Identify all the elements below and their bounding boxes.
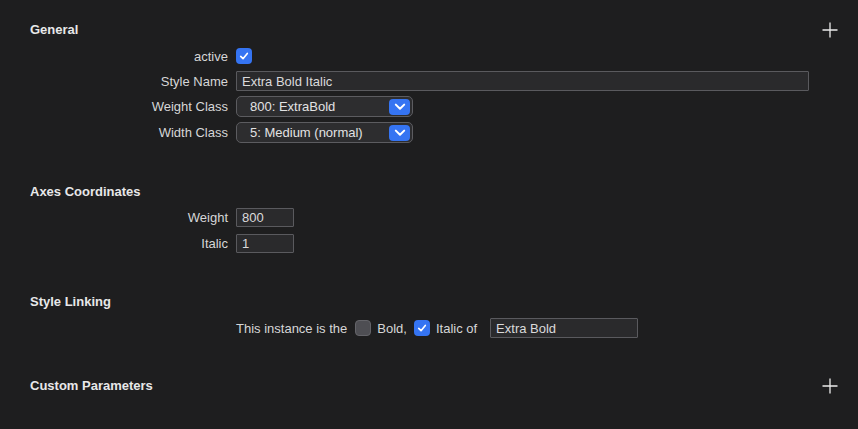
section-title-style-linking: Style Linking (30, 295, 111, 309)
row-width-class: Width Class 5: Medium (normal) (30, 122, 413, 143)
bold-checkbox-label: Bold, (377, 321, 407, 336)
plus-icon (822, 378, 838, 394)
add-custom-parameter-button[interactable] (820, 376, 840, 396)
width-class-select[interactable]: 5: Medium (normal) (236, 122, 413, 143)
width-class-value: 5: Medium (normal) (250, 125, 385, 140)
axis-italic-input[interactable] (236, 234, 294, 253)
style-linking-row: This instance is the Bold, Italic of (236, 316, 638, 340)
chevron-down-icon (389, 125, 410, 141)
active-label: active (30, 49, 228, 64)
plus-icon (822, 22, 838, 38)
instance-settings-panel: General active Style Name Weight Class 8… (0, 0, 858, 429)
row-axis-weight: Weight (30, 208, 294, 227)
axis-italic-label: Italic (30, 236, 228, 251)
row-active: active (30, 47, 252, 65)
chevron-down-icon (389, 99, 410, 115)
row-weight-class: Weight Class 800: ExtraBold (30, 96, 413, 117)
italic-checkbox[interactable] (414, 320, 430, 336)
active-checkbox[interactable] (236, 48, 252, 64)
style-name-label: Style Name (30, 74, 228, 89)
section-title-general: General (30, 23, 78, 37)
weight-class-label: Weight Class (30, 99, 228, 114)
style-linking-sentence: This instance is the (236, 321, 347, 336)
width-class-label: Width Class (30, 125, 228, 140)
weight-class-select[interactable]: 800: ExtraBold (236, 96, 413, 117)
row-style-name: Style Name (30, 71, 809, 91)
axis-weight-input[interactable] (236, 208, 294, 227)
section-title-axes: Axes Coordinates (30, 185, 141, 199)
italic-of-label: Italic of (436, 321, 477, 336)
linked-style-input[interactable] (490, 318, 638, 338)
style-name-input[interactable] (236, 71, 809, 91)
bold-checkbox[interactable] (355, 320, 371, 336)
add-general-button[interactable] (820, 20, 840, 40)
row-axis-italic: Italic (30, 234, 294, 253)
weight-class-value: 800: ExtraBold (250, 99, 385, 114)
section-title-custom-parameters: Custom Parameters (30, 379, 153, 393)
axis-weight-label: Weight (30, 210, 228, 225)
